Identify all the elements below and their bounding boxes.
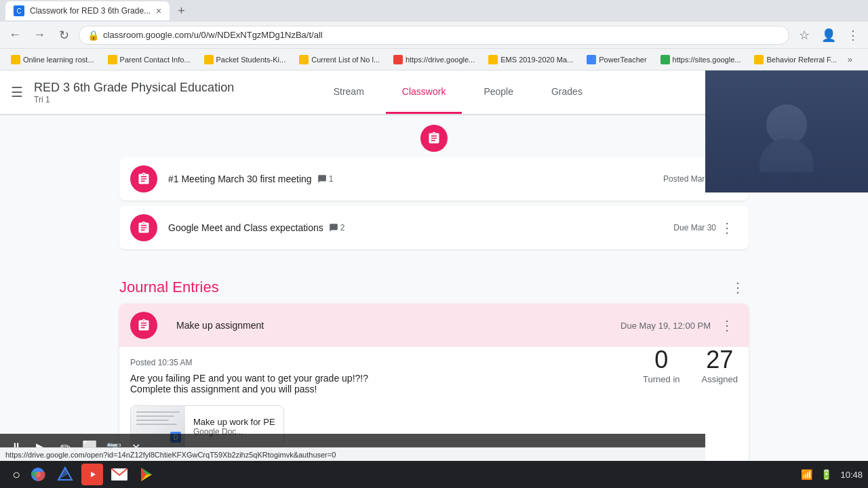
bookmark-5[interactable]: EMS 2019-2020 Ma... [483,54,578,66]
more-options-btn[interactable]: ⋮ [844,26,863,45]
url-text: classroom.google.com/u/0/w/NDExNTgzMDg1N… [103,30,323,40]
content-area: #1 Meeting March 30 first meeting 1 Post… [108,114,760,488]
section-more-btn[interactable]: ⋮ [727,277,749,298]
assignment-icon-1 [130,214,157,241]
drive-icon [57,466,73,483]
battery-icon: 🔋 [821,469,832,480]
bookmark-1[interactable]: Parent Contact Info... [102,54,196,66]
reload-btn[interactable]: ↻ [54,26,73,45]
taskbar-time: 10:48 [840,470,863,480]
bookmark-3[interactable]: Current List of No l... [294,54,385,66]
card-assignment-icon [130,312,157,339]
bookmark-2[interactable]: Packet Students-Ki... [199,54,292,66]
bookmark-star-btn[interactable]: ☆ [795,26,814,45]
tab-close-btn[interactable]: × [156,5,161,16]
new-tab-btn[interactable]: + [175,1,188,21]
taskbar-drive[interactable] [54,464,76,485]
assignment-meta-1: Due Mar 30 [673,223,716,232]
taskbar-playstore[interactable] [136,464,157,485]
youtube-icon [85,470,99,479]
bookmark-favicon-2 [204,55,214,64]
more-btn-1[interactable]: ⋮ [716,217,738,239]
assignment-item-1: Google Meet and Class expectations 2 Due… [119,206,749,249]
comment-icon-1 [329,223,338,232]
card-title: Make up assignment [176,320,620,331]
assignment-link-0[interactable]: #1 Meeting March 30 first meeting [168,174,312,184]
taskbar-apps [27,464,801,485]
bookmark-label-2: Packet Students-Ki... [216,56,286,64]
address-bar[interactable]: 🔒 classroom.google.com/u/0/w/NDExNTgzMDg… [79,26,789,45]
bookmark-favicon-8 [754,55,764,64]
turned-in-label: Turned in [643,374,679,384]
bookmark-label-7: https://sites.google... [673,56,741,64]
assigned-label: Assigned [702,374,738,384]
assignment-link-1[interactable]: Google Meet and Class expectations [168,222,323,233]
bookmark-0[interactable]: Online learning rost... [5,54,100,66]
taskbar-youtube[interactable] [81,464,103,485]
video-placeholder [705,70,868,192]
comment-icon-0 [317,174,327,184]
comment-badge-0: 1 [317,174,334,184]
assigned-stat: 27 Assigned [702,346,738,384]
bookmark-4[interactable]: https://drive.google... [388,54,480,66]
assignment-title-1: Google Meet and Class expectations 2 [168,222,673,233]
tab-stream[interactable]: Stream [317,70,380,114]
os-btn[interactable]: ○ [5,464,27,485]
assigned-number: 27 [702,346,738,374]
assignment-title-0: #1 Meeting March 30 first meeting 1 [168,174,663,184]
bookmarks-overflow[interactable]: » [848,54,852,64]
assignment-info-1: Google Meet and Class expectations 2 [168,222,673,233]
assignment-icon-above [427,131,441,145]
tab-favicon: C [14,5,24,16]
stats-area: 0 Turned in 27 Assigned [643,346,738,384]
assignment-item-0: #1 Meeting March 30 first meeting 1 Post… [119,157,749,201]
comment-badge-1: 2 [329,223,345,232]
video-overlay [705,70,868,192]
tab-grades[interactable]: Grades [535,70,599,114]
doc-line-1 [136,411,180,413]
menu-btn[interactable]: ☰ [11,84,23,100]
bookmark-8[interactable]: Behavior Referral F... [749,54,842,66]
browser-frame: C Classwork for RED 3 6th Grade... × + ←… [0,0,868,70]
card-due: Due May 19, 12:00 PM [620,321,711,331]
app-title-section: RED 3 6th Grade Physical Education Tri 1 [34,81,234,104]
bookmark-label-3: Current List of No l... [311,56,380,64]
taskbar-chrome[interactable] [27,464,49,485]
back-btn[interactable]: ← [5,26,24,45]
browser-tab[interactable]: C Classwork for RED 3 6th Grade... × [5,1,170,20]
bookmark-favicon-7 [660,55,670,64]
card-more-btn[interactable]: ⋮ [716,314,738,336]
bookmark-label-0: Online learning rost... [23,56,94,64]
bookmark-favicon-4 [393,55,403,64]
bookmark-7[interactable]: https://sites.google... [655,54,747,66]
browser-titlebar: C Classwork for RED 3 6th Grade... × + [0,0,868,22]
comment-count-1: 2 [340,223,345,232]
desc-line-2: Complete this assignment and you will pa… [130,384,738,394]
tab-title: Classwork for RED 3 6th Grade... [30,6,151,16]
turned-in-stat: 0 Turned in [643,346,679,384]
taskbar: ○ [0,461,868,488]
assignment-card-header: Make up assignment Due May 19, 12:00 PM … [119,304,749,347]
video-overlay-grad [705,70,868,192]
bookmark-favicon-1 [108,55,117,64]
bookmark-favicon-5 [488,55,498,64]
clipboard-icon-0 [137,172,151,186]
attachment-title: Make up work for PE [193,417,275,427]
clipboard-icon-1 [137,221,151,235]
turned-in-number: 0 [643,346,679,374]
bookmark-favicon-0 [11,55,20,64]
bookmark-6[interactable]: PowerTeacher [581,54,652,66]
chrome-icon [30,466,46,483]
tab-classwork[interactable]: Classwork [386,70,462,114]
forward-btn[interactable]: → [30,26,49,45]
profile-btn[interactable]: 👤 [819,26,838,45]
app-nav: Stream Classwork People Grades [317,70,599,114]
assignment-info-0: #1 Meeting March 30 first meeting 1 [168,174,663,184]
section-header: Journal Entries ⋮ [119,266,749,304]
bookmarks-bar: Online learning rost... Parent Contact I… [0,49,868,70]
comment-count-0: 1 [329,174,334,184]
taskbar-gmail[interactable] [108,464,130,485]
playstore-icon [138,466,155,483]
tab-people[interactable]: People [467,70,530,114]
bookmark-label-4: https://drive.google... [406,56,475,64]
